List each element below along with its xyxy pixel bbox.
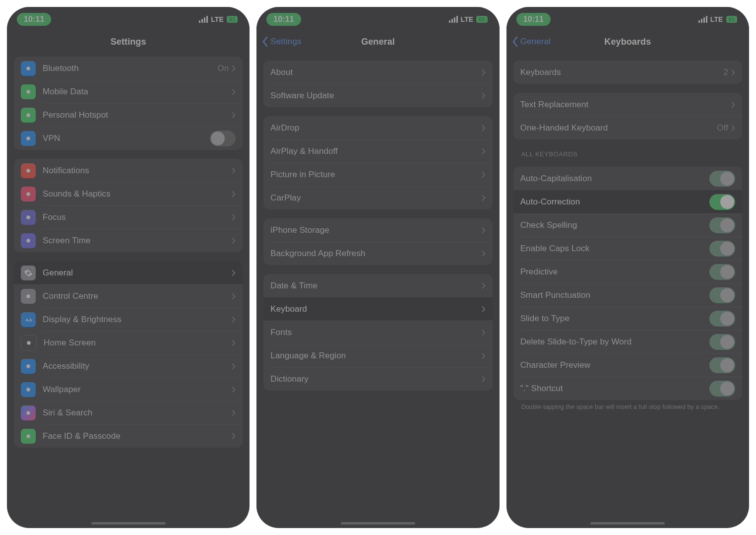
toggle-switch[interactable] <box>709 217 735 233</box>
general-row-fonts[interactable]: Fonts <box>263 321 492 344</box>
general-row-keyboard[interactable]: Keyboard <box>263 297 492 321</box>
siri-icon <box>21 405 36 420</box>
settings-group-notif: NotificationsSounds & HapticsFocusScreen… <box>14 159 243 252</box>
row-label: Dictionary <box>270 374 481 384</box>
row-label: Delete Slide-to-Type by Word <box>520 337 709 347</box>
svg-point-3 <box>26 136 30 140</box>
status-bar: 10:11 LTE 81 <box>7 7 250 32</box>
status-bar: 10:11 LTE 81 <box>256 7 499 32</box>
general-row-airplay-handoff[interactable]: AirPlay & Handoff <box>263 139 492 163</box>
settings-row-control-centre[interactable]: Control Centre <box>14 284 243 308</box>
chevron-right-icon <box>232 237 236 244</box>
toggle-switch[interactable] <box>709 287 735 303</box>
svg-point-14 <box>26 434 30 438</box>
chevron-right-icon <box>482 306 486 313</box>
settings-row-accessibility[interactable]: Accessibility <box>14 354 243 378</box>
chevron-right-icon <box>232 409 236 416</box>
chevron-right-icon <box>232 88 236 95</box>
vpn-icon <box>21 131 36 146</box>
toggle-switch[interactable] <box>709 241 735 257</box>
settings-row-home-screen[interactable]: Home Screen <box>14 331 243 354</box>
general-row-software-update[interactable]: Software Update <box>263 84 492 107</box>
sliders-icon <box>21 289 36 304</box>
settings-row-personal-hotspot[interactable]: Personal Hotspot <box>14 103 243 127</box>
keyboards-group-list: Keyboards2 <box>513 61 742 84</box>
svg-point-1 <box>26 90 30 94</box>
settings-row-display-brightness[interactable]: AADisplay & Brightness <box>14 308 243 331</box>
home-indicator[interactable] <box>590 522 665 525</box>
row-label: Auto-Capitalisation <box>520 174 709 184</box>
keyboard-toggle-predictive: Predictive <box>513 260 742 283</box>
chevron-right-icon <box>232 386 236 393</box>
svg-point-7 <box>26 239 30 243</box>
settings-row-focus[interactable]: Focus <box>14 205 243 229</box>
row-label: General <box>43 268 232 278</box>
toggle-switch[interactable] <box>709 357 735 373</box>
settings-row-siri-search[interactable]: Siri & Search <box>14 401 243 424</box>
general-group-airdrop: AirDropAirPlay & HandoffPicture in Pictu… <box>263 116 492 209</box>
chevron-right-icon <box>482 125 486 132</box>
home-indicator[interactable] <box>341 522 415 525</box>
keyboards-row-keyboards[interactable]: Keyboards2 <box>513 61 742 84</box>
keyboard-toggle-enable-caps-lock: Enable Caps Lock <box>513 237 742 260</box>
svg-point-8 <box>26 294 30 298</box>
general-row-iphone-storage[interactable]: iPhone Storage <box>263 218 492 242</box>
row-label: "." Shortcut <box>520 384 709 394</box>
row-label: Siri & Search <box>43 408 232 418</box>
general-row-picture-in-picture[interactable]: Picture in Picture <box>263 163 492 186</box>
face-icon <box>21 429 36 444</box>
keyboards-row-one-handed-keyboard[interactable]: One-Handed KeyboardOff <box>513 116 742 139</box>
row-label: Software Update <box>270 91 481 101</box>
settings-row-face-id-passcode[interactable]: Face ID & Passcode <box>14 424 243 448</box>
keyboards-row-text-replacement[interactable]: Text Replacement <box>513 93 742 116</box>
signal-icon <box>449 16 458 23</box>
general-row-airdrop[interactable]: AirDrop <box>263 116 492 139</box>
chevron-right-icon <box>482 376 486 383</box>
aa-icon: AA <box>21 312 36 327</box>
toggle-switch[interactable] <box>709 194 735 210</box>
status-time: 10:11 <box>516 13 551 26</box>
settings-row-notifications[interactable]: Notifications <box>14 159 243 182</box>
status-time: 10:11 <box>266 13 301 26</box>
home-indicator[interactable] <box>91 522 166 525</box>
chevron-right-icon <box>482 282 486 289</box>
settings-row-general[interactable]: General <box>14 261 243 284</box>
settings-row-mobile-data[interactable]: Mobile Data <box>14 80 243 103</box>
chevron-right-icon <box>731 101 735 108</box>
back-button[interactable]: General <box>511 36 551 47</box>
general-row-dictionary[interactable]: Dictionary <box>263 367 492 391</box>
general-row-date-time[interactable]: Date & Time <box>263 274 492 297</box>
toggle-switch[interactable] <box>709 264 735 280</box>
bell-icon <box>21 163 36 178</box>
settings-row-screen-time[interactable]: Screen Time <box>14 229 243 252</box>
chevron-right-icon <box>482 329 486 336</box>
link-icon <box>21 108 36 123</box>
row-label: Control Centre <box>43 291 232 301</box>
toggle-switch[interactable] <box>709 311 735 327</box>
settings-row-sounds-haptics[interactable]: Sounds & Haptics <box>14 182 243 205</box>
vpn-toggle[interactable] <box>210 131 236 146</box>
settings-row-wallpaper[interactable]: Wallpaper <box>14 378 243 401</box>
chevron-right-icon <box>482 250 486 257</box>
screen-settings: 10:11 LTE 81 Settings BluetoothOnMobile … <box>7 7 250 528</box>
toggle-switch[interactable] <box>709 171 735 187</box>
svg-point-12 <box>26 388 30 392</box>
general-row-language-region[interactable]: Language & Region <box>263 344 492 367</box>
settings-row-bluetooth[interactable]: BluetoothOn <box>14 57 243 80</box>
back-label: General <box>520 37 551 47</box>
general-group-storage: iPhone StorageBackground App Refresh <box>263 218 492 265</box>
svg-point-6 <box>26 215 30 219</box>
toggle-switch[interactable] <box>709 334 735 350</box>
general-row-background-app-refresh[interactable]: Background App Refresh <box>263 242 492 265</box>
back-button[interactable]: Settings <box>261 36 301 47</box>
antenna-icon <box>21 84 36 99</box>
chevron-right-icon <box>482 148 486 155</box>
row-label: AirDrop <box>270 123 481 133</box>
chevron-right-icon <box>482 171 486 178</box>
toggle-switch[interactable] <box>709 381 735 397</box>
general-row-carplay[interactable]: CarPlay <box>263 186 492 209</box>
gear-icon <box>21 266 36 280</box>
general-row-about[interactable]: About <box>263 61 492 84</box>
settings-row-vpn[interactable]: VPN <box>14 127 243 150</box>
row-label: Predictive <box>520 267 709 277</box>
